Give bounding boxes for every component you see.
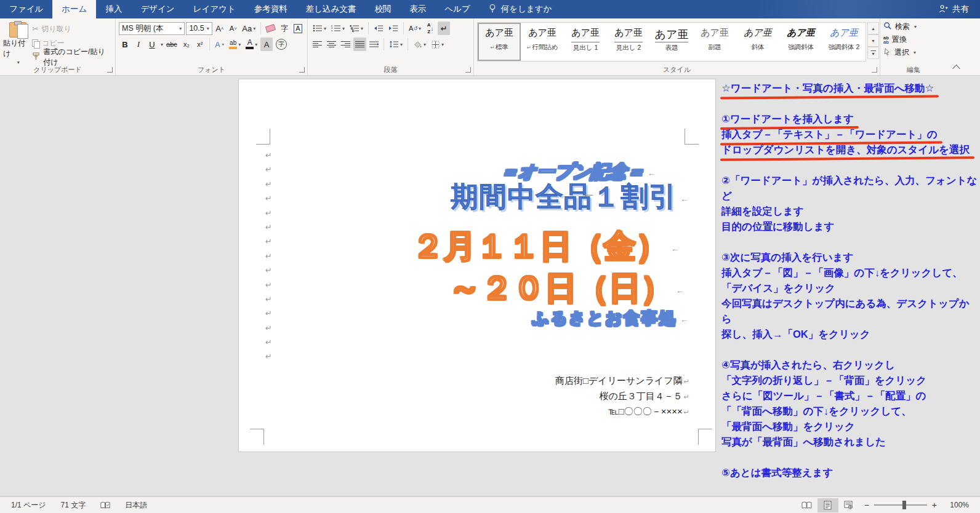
style-pilcrow-mark: ↵	[490, 44, 495, 50]
highlight-button[interactable]: ab▾	[227, 38, 243, 51]
word-count[interactable]: 71 文字	[55, 500, 92, 511]
tab-insert[interactable]: 挿入	[96, 0, 131, 18]
underline-dropdown-icon[interactable]: ▾	[161, 42, 163, 47]
sort-button[interactable]: AZ ↓	[424, 22, 436, 35]
style-item-italic[interactable]: あア亜 斜体	[736, 23, 779, 61]
style-item-emphasis-italic2[interactable]: あア亜 強調斜体 2	[822, 23, 866, 61]
clipboard-dialog-launcher[interactable]	[107, 67, 113, 73]
style-item-heading2[interactable]: あア亜 見出し 2	[607, 23, 650, 61]
gallery-scroll-up-button[interactable]: ▲	[867, 22, 879, 34]
tab-file[interactable]: ファイル	[0, 0, 52, 18]
style-item-no-spacing[interactable]: あア亜 ↵行間詰め	[521, 23, 564, 61]
justify-button[interactable]	[353, 38, 366, 51]
zoom-slider-thumb[interactable]	[902, 501, 906, 509]
character-border-button[interactable]: A	[292, 22, 304, 35]
shrink-font-button[interactable]: A˅	[227, 22, 239, 35]
gallery-scroll-down-button[interactable]: ▼	[867, 34, 879, 47]
show-editing-marks-button[interactable]: ↵	[438, 22, 450, 35]
paste-dropdown-icon[interactable]: ▾	[17, 60, 20, 65]
style-item-emphasis-italic[interactable]: あア亜 強調斜体	[779, 23, 822, 61]
find-button[interactable]: 検索 ▾	[883, 20, 944, 33]
font-name-dropdown-icon[interactable]: ▾	[179, 26, 182, 31]
align-left-button[interactable]	[311, 38, 324, 51]
gallery-more-button[interactable]: ▼	[867, 47, 879, 59]
read-mode-button[interactable]	[797, 498, 817, 512]
grow-font-button[interactable]: A˄	[214, 22, 226, 35]
highlight-color-bar	[229, 47, 237, 49]
subscript-button[interactable]: x₂	[180, 38, 193, 51]
tab-home[interactable]: ホーム	[52, 0, 96, 18]
multilevel-list-button[interactable]: ▾	[348, 22, 365, 35]
superscript-button[interactable]: x²	[194, 38, 206, 51]
page-count[interactable]: 1/1 ページ	[5, 500, 52, 511]
phonetic-guide-button[interactable]: 字	[278, 22, 291, 35]
collapse-ribbon-button[interactable]	[947, 18, 965, 75]
tab-references[interactable]: 参考資料	[245, 0, 297, 18]
paste-button[interactable]: 貼り付け ▾	[3, 20, 32, 65]
distribute-button[interactable]	[367, 38, 380, 51]
borders-button[interactable]: ▾	[429, 38, 446, 51]
enclose-characters-button[interactable]: 字	[274, 38, 289, 51]
font-name-combobox[interactable]: MS 明朝 (本 ▾	[119, 22, 185, 35]
tab-help[interactable]: ヘルプ	[435, 0, 479, 18]
zoom-slider[interactable]	[874, 504, 927, 506]
style-item-heading1[interactable]: あア亜 見出し 1	[564, 23, 607, 61]
align-right-button[interactable]	[339, 38, 352, 51]
zoom-in-button[interactable]: +	[927, 500, 942, 510]
web-layout-button[interactable]	[838, 498, 859, 512]
italic-button[interactable]: I	[132, 38, 145, 51]
style-item-subtitle[interactable]: あア亜 副題	[693, 23, 736, 61]
zoom-out-button[interactable]: −	[859, 500, 874, 510]
tab-mailings[interactable]: 差し込み文書	[297, 0, 366, 18]
tab-view[interactable]: 表示	[400, 0, 435, 18]
shading-button[interactable]: ▾	[411, 38, 428, 51]
print-layout-button[interactable]	[817, 498, 838, 512]
change-case-button[interactable]: Aa▾	[241, 22, 257, 35]
clear-formatting-button[interactable]	[264, 22, 277, 35]
strikethrough-button[interactable]: abc	[164, 38, 179, 51]
wordart-line-shop-name[interactable]: ふるさとお食事処←	[532, 308, 691, 329]
wordart-line-date-end[interactable]: ～２０日（日）←	[449, 267, 685, 310]
document-page[interactable]: ↵↵↵↵↵↵↵↵↵↵↵↵↵↵↵ ＝オープン記念＝← 期間中全品１割引← ← ２月…	[238, 79, 716, 452]
wordart-line-discount[interactable]: 期間中全品１割引←	[451, 178, 689, 215]
format-painter-button[interactable]: 書式のコピー/貼り付け	[32, 51, 112, 63]
font-size-combobox[interactable]: 10.5 ▾	[186, 22, 212, 35]
bullets-button[interactable]: ▾	[311, 22, 328, 35]
character-shading-button[interactable]: A	[260, 38, 273, 51]
select-button[interactable]: 選択 ▾	[883, 46, 944, 59]
format-painter-icon	[32, 52, 40, 62]
share-button[interactable]: 共有	[927, 0, 980, 18]
tell-me-box[interactable]: 何をしますか	[488, 0, 552, 18]
numbering-button[interactable]: ▾	[329, 22, 347, 35]
font-size-dropdown-icon[interactable]: ▾	[207, 26, 209, 31]
line-spacing-button[interactable]: ▾	[387, 38, 404, 51]
tab-review[interactable]: 校閲	[365, 0, 400, 18]
replace-button[interactable]: abab 置換	[883, 33, 944, 46]
increase-indent-button[interactable]	[387, 22, 400, 35]
bold-button[interactable]: B	[119, 38, 131, 51]
style-gallery: あア亜 ↵標準 あア亜 ↵行間詰め あア亜 見出し 1 あア亜 見出し 2 あア…	[477, 22, 866, 62]
underline-button[interactable]: U	[146, 38, 158, 51]
styles-dialog-launcher[interactable]	[872, 67, 877, 73]
tab-layout[interactable]: レイアウト	[184, 0, 245, 18]
proofing-status-icon[interactable]	[94, 501, 116, 509]
wordart-line-date-start[interactable]: ２月１１日（金）←	[412, 225, 680, 268]
language-indicator[interactable]: 日本語	[119, 500, 153, 511]
align-center-button[interactable]	[325, 38, 338, 51]
tab-design[interactable]: デザイン	[131, 0, 183, 18]
zoom-level[interactable]: 100%	[942, 501, 975, 509]
asian-layout-button[interactable]: A↺ ▾	[407, 22, 423, 35]
style-item-title[interactable]: あア亜 表題	[650, 23, 693, 61]
style-item-normal[interactable]: あア亜 ↵標準	[478, 23, 521, 61]
text-effects-button[interactable]: A▾	[213, 38, 226, 51]
font-name-value: MS 明朝 (本	[122, 23, 163, 34]
paragraph-dialog-launcher[interactable]	[465, 67, 471, 73]
address-line: 桜の丘３丁目４－５↵	[555, 389, 689, 404]
font-color-button[interactable]: A▾	[244, 38, 259, 51]
change-case-glyph: Aa	[242, 24, 252, 33]
cut-button[interactable]: ✂ 切り取り	[32, 23, 112, 35]
font-dialog-launcher[interactable]	[299, 67, 305, 73]
address-block[interactable]: 商店街□デイリーサンライフ隣↵ 桜の丘３丁目４－５↵ ℡□〇〇〇－××××↵	[555, 373, 689, 420]
instruction-title: ☆ワードアート・写真の挿入・最背面へ移動☆	[721, 81, 978, 96]
decrease-indent-button[interactable]	[372, 22, 385, 35]
